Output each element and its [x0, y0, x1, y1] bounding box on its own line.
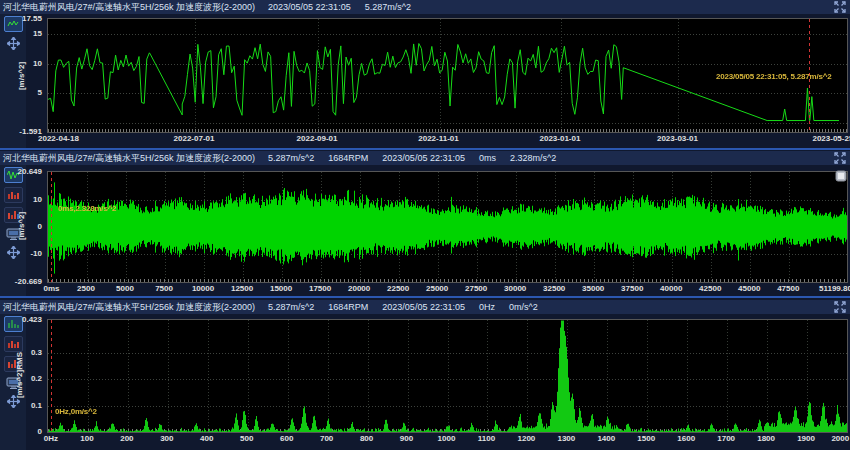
- x-tick-label: 1300: [557, 434, 575, 443]
- y-tick-label: 0.2: [0, 374, 42, 383]
- x-tick-label: 2023-01-01: [539, 134, 580, 143]
- y-axis-ticks: 17.5515105-1.591: [0, 18, 44, 131]
- x-axis-ticks: 0Hz1002003004005006007008009001000110012…: [47, 433, 846, 444]
- y-tick-label: -10: [0, 249, 42, 258]
- x-tick-label: 40000: [660, 284, 682, 293]
- x-tick-label: 12500: [231, 284, 253, 293]
- x-tick-label: 1600: [677, 434, 695, 443]
- x-tick-label: 100: [80, 434, 93, 443]
- y-tick-label: 0.1: [0, 401, 42, 410]
- panel-separator: [0, 148, 850, 150]
- y-tick-label: 0.423: [0, 315, 42, 324]
- x-tick-label: 17500: [309, 284, 331, 293]
- panel-trend: 河北华电蔚州风电/27#/高速轴水平5H/256k 加速度波形(2-2000) …: [0, 0, 850, 148]
- x-tick-label: 1400: [597, 434, 615, 443]
- panel-waveform: 河北华电蔚州风电/27#/高速轴水平5H/256k 加速度波形(2-2000) …: [0, 150, 850, 296]
- x-tick-label: 45000: [738, 284, 760, 293]
- x-tick-label: 10000: [192, 284, 214, 293]
- cursor-annotation: 2023/05/05 22:31:05, 5.287m/s^2: [716, 72, 831, 81]
- x-tick-label: 25000: [426, 284, 448, 293]
- x-tick-label: 2022-11-01: [418, 134, 458, 143]
- y-tick-label: 10: [0, 195, 42, 204]
- x-tick-label: 600: [280, 434, 293, 443]
- x-tick-label: 20000: [348, 284, 370, 293]
- y-tick-label: 20.649: [0, 167, 42, 176]
- x-tick-label: 5000: [116, 284, 134, 293]
- y-tick-label: 0.3: [0, 348, 42, 357]
- capture-icon[interactable]: [835, 168, 847, 180]
- x-tick-label: 300: [160, 434, 173, 443]
- y-tick-label: 17.55: [0, 14, 42, 23]
- x-tick-label: 900: [400, 434, 413, 443]
- x-tick-label: 2500: [77, 284, 95, 293]
- x-tick-label: 2023-05-25: [812, 134, 850, 143]
- x-tick-label: 37500: [621, 284, 643, 293]
- y-tick-label: 0: [0, 427, 42, 436]
- x-tick-label: 22500: [387, 284, 409, 293]
- x-tick-label: 27500: [465, 284, 487, 293]
- x-tick-label: 1700: [717, 434, 735, 443]
- x-tick-label: 7500: [155, 284, 173, 293]
- x-tick-label: 32500: [543, 284, 565, 293]
- y-tick-label: 10: [0, 59, 42, 68]
- x-tick-label: 51199.80: [819, 284, 850, 293]
- x-tick-label: 30000: [504, 284, 526, 293]
- x-axis-ticks: 0ms2500500075001000012500150001750020000…: [47, 283, 846, 294]
- x-tick-label: 2023-03-01: [657, 134, 698, 143]
- y-tick-label: 0: [0, 222, 42, 231]
- y-tick-label: 15: [0, 29, 42, 38]
- x-tick-label: 0Hz: [44, 434, 58, 443]
- panel-separator: [0, 296, 850, 298]
- x-tick-label: 1500: [637, 434, 655, 443]
- x-axis-ticks: 2022-04-182022-07-012022-09-012022-11-01…: [47, 133, 846, 144]
- spectrum-plot-area: 0Hz,0m/s^2: [47, 319, 848, 433]
- y-tick-label: 5: [0, 88, 42, 97]
- spectrum-chart-canvas[interactable]: [48, 320, 847, 432]
- x-tick-label: 15000: [270, 284, 292, 293]
- x-tick-label: 47500: [777, 284, 799, 293]
- x-tick-label: 2022-09-01: [297, 134, 338, 143]
- y-tick-label: -20.669: [0, 277, 42, 286]
- y-tick-label: -1.591: [0, 127, 42, 136]
- x-tick-label: 400: [200, 434, 213, 443]
- x-tick-label: 1100: [478, 434, 495, 443]
- panel-spectrum: 河北华电蔚州风电/27#/高速轴水平5H/256k 加速度波形(2-2000) …: [0, 298, 850, 450]
- x-tick-label: 800: [360, 434, 373, 443]
- x-tick-label: 1800: [757, 434, 775, 443]
- waveform-plot-area: 0ms,2.328m/s^2: [47, 171, 848, 283]
- cursor-annotation: 0Hz,0m/s^2: [55, 407, 97, 416]
- trend-plot-area: 2023/05/05 22:31:05, 5.287m/s^2: [47, 18, 848, 133]
- x-tick-label: 700: [320, 434, 333, 443]
- waveform-chart-canvas[interactable]: [48, 172, 847, 282]
- x-tick-label: 2000: [831, 434, 849, 443]
- x-tick-label: 42500: [699, 284, 721, 293]
- x-tick-label: 2022-04-18: [38, 134, 79, 143]
- x-tick-label: 0ms: [43, 284, 59, 293]
- y-axis-ticks: 0.4230.30.20.10: [0, 319, 44, 431]
- x-tick-label: 1000: [438, 434, 456, 443]
- x-tick-label: 500: [240, 434, 253, 443]
- x-tick-label: 1200: [517, 434, 535, 443]
- y-axis-ticks: 20.649100-10-20.669: [0, 171, 44, 281]
- cursor-annotation: 0ms,2.328m/s^2: [58, 204, 116, 213]
- x-tick-label: 200: [120, 434, 133, 443]
- x-tick-label: 2022-07-01: [174, 134, 215, 143]
- x-tick-label: 1900: [797, 434, 815, 443]
- x-tick-label: 35000: [582, 284, 604, 293]
